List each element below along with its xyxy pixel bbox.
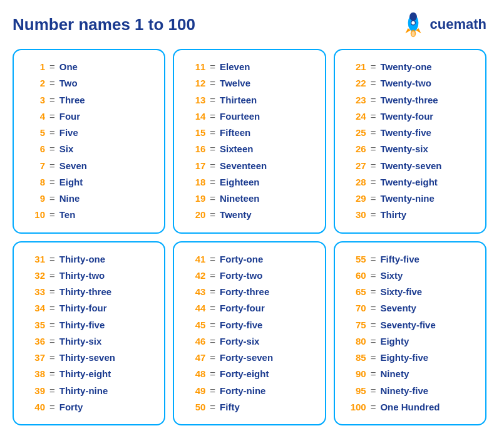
equals-sign: = — [210, 300, 215, 316]
number-value: 20 — [185, 207, 205, 223]
equals-sign: = — [371, 75, 376, 91]
table-row: 9=Nine — [25, 190, 153, 207]
number-value: 28 — [346, 174, 366, 190]
number-value: 44 — [185, 300, 205, 316]
number-value: 14 — [185, 108, 205, 125]
equals-sign: = — [371, 300, 376, 316]
number-value: 70 — [346, 300, 366, 316]
number-value: 10 — [25, 207, 45, 223]
number-card-card-31-40: 31=Thirty-one32=Thirty-two33=Thirty-thre… — [13, 241, 165, 426]
number-value: 24 — [346, 108, 366, 125]
table-row: 80=Eighty — [346, 333, 474, 350]
number-card-card-41-50: 41=Forty-one42=Forty-two43=Forty-three44… — [173, 241, 326, 426]
number-name: Eighteen — [220, 174, 259, 190]
number-name: Fifty — [220, 399, 240, 415]
number-name: Twenty-one — [380, 59, 431, 75]
number-value: 50 — [185, 399, 205, 415]
equals-sign: = — [371, 268, 376, 284]
equals-sign: = — [371, 190, 376, 207]
equals-sign: = — [210, 207, 215, 223]
equals-sign: = — [210, 92, 215, 108]
table-row: 37=Thirty-seven — [25, 350, 153, 366]
number-value: 80 — [346, 333, 366, 350]
table-row: 21=Twenty-one — [346, 59, 474, 75]
number-value: 41 — [185, 251, 205, 268]
table-row: 2=Two — [25, 75, 153, 91]
equals-sign: = — [371, 158, 376, 174]
table-row: 55=Fifty-five — [346, 251, 474, 268]
table-row: 3=Three — [25, 92, 153, 108]
equals-sign: = — [49, 207, 55, 223]
page-title: Number names 1 to 100 — [13, 15, 195, 34]
number-name: Thirty-seven — [59, 350, 115, 366]
equals-sign: = — [49, 284, 55, 300]
equals-sign: = — [49, 190, 55, 207]
equals-sign: = — [371, 333, 376, 350]
number-name: Eleven — [220, 59, 250, 75]
logo-area: cuemath — [400, 11, 486, 38]
table-row: 95=Ninety-five — [346, 383, 474, 399]
number-name: Four — [59, 108, 80, 125]
number-name: Twenty-two — [380, 75, 431, 91]
equals-sign: = — [49, 158, 55, 174]
svg-point-4 — [411, 21, 415, 25]
equals-sign: = — [49, 125, 55, 141]
cuemath-rocket-icon — [400, 11, 426, 38]
equals-sign: = — [210, 108, 215, 125]
table-row: 35=Thirty-five — [25, 317, 153, 333]
number-name: Thirty-two — [59, 268, 105, 284]
number-name: Thirty-five — [59, 317, 105, 333]
number-name: Thirty-one — [59, 251, 105, 268]
number-value: 36 — [25, 333, 45, 350]
number-name: Ninety — [380, 366, 409, 382]
number-name: Forty-two — [220, 268, 262, 284]
table-row: 31=Thirty-one — [25, 251, 153, 268]
number-name: Twelve — [220, 75, 250, 91]
table-row: 45=Forty-five — [185, 317, 313, 333]
equals-sign: = — [49, 268, 55, 284]
equals-sign: = — [210, 141, 215, 157]
table-row: 90=Ninety — [346, 366, 474, 382]
table-row: 47=Forty-seven — [185, 350, 313, 366]
table-row: 85=Eighty-five — [346, 350, 474, 366]
equals-sign: = — [371, 125, 376, 141]
number-value: 33 — [25, 284, 45, 300]
number-value: 34 — [25, 300, 45, 316]
number-name: Thirty-four — [59, 300, 107, 316]
table-row: 39=Thirty-nine — [25, 383, 153, 399]
equals-sign: = — [210, 174, 215, 190]
svg-point-1 — [409, 13, 417, 21]
number-name: Forty-three — [220, 284, 269, 300]
bottom-grid: 31=Thirty-one32=Thirty-two33=Thirty-thre… — [13, 241, 486, 426]
number-card-card-1-10: 1=One2=Two3=Three4=Four5=Five6=Six7=Seve… — [13, 49, 165, 234]
table-row: 46=Forty-six — [185, 333, 313, 350]
number-value: 7 — [25, 158, 45, 174]
number-value: 37 — [25, 350, 45, 366]
equals-sign: = — [49, 92, 55, 108]
number-value: 45 — [185, 317, 205, 333]
equals-sign: = — [210, 268, 215, 284]
number-card-card-11-20: 11=Eleven12=Twelve13=Thirteen14=Fourteen… — [173, 49, 326, 234]
number-name: Forty-seven — [220, 350, 273, 366]
table-row: 5=Five — [25, 125, 153, 141]
table-row: 60=Sixty — [346, 268, 474, 284]
table-row: 26=Twenty-six — [346, 141, 474, 157]
equals-sign: = — [210, 399, 215, 415]
number-value: 35 — [25, 317, 45, 333]
equals-sign: = — [371, 174, 376, 190]
number-value: 11 — [185, 59, 205, 75]
number-value: 3 — [25, 92, 45, 108]
table-row: 48=Forty-eight — [185, 366, 313, 382]
table-row: 19=Nineteen — [185, 190, 313, 207]
number-value: 16 — [185, 141, 205, 157]
table-row: 17=Seventeen — [185, 158, 313, 174]
number-name: Nineteen — [220, 190, 259, 207]
equals-sign: = — [371, 399, 376, 415]
number-name: Seven — [59, 158, 87, 174]
logo-text: cuemath — [430, 16, 486, 33]
number-name: Forty-six — [220, 333, 259, 350]
table-row: 41=Forty-one — [185, 251, 313, 268]
top-grid: 1=One2=Two3=Three4=Four5=Five6=Six7=Seve… — [13, 49, 486, 234]
number-value: 48 — [185, 366, 205, 382]
number-name: Ten — [59, 207, 76, 223]
